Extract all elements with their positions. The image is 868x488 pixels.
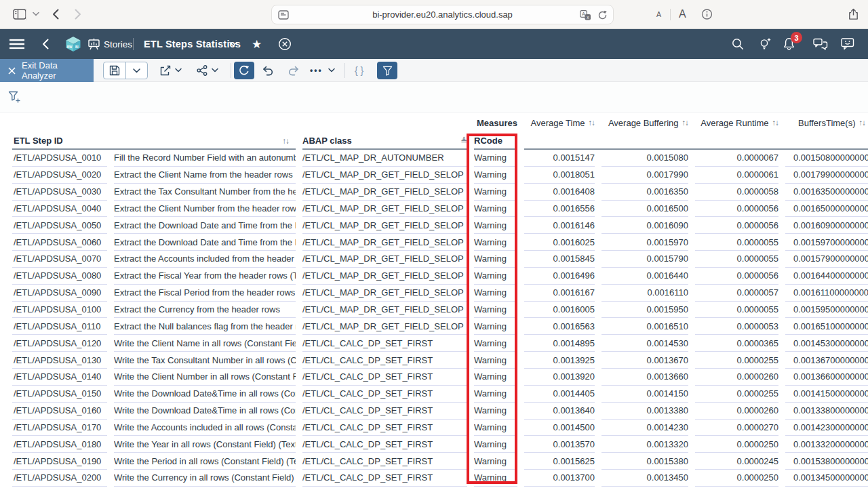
cell-etl-step-id[interactable]: /ETL/APDSUSA_0090	[12, 285, 107, 302]
cell-description[interactable]: Extract the Fiscal Year from the header …	[114, 268, 296, 285]
cell-abap-class[interactable]: /ETL/CL_CALC_DP_SET_FIRST	[302, 386, 467, 403]
forward-button[interactable]	[75, 9, 81, 20]
stories-icon[interactable]	[87, 38, 100, 50]
cell-average-buffering[interactable]: 0.0015970	[601, 234, 688, 251]
cell-description[interactable]: Extract the Tax Consultant Number from t…	[114, 184, 296, 201]
cell-etl-step-id[interactable]: /ETL/APDSUSA_0050	[12, 217, 107, 234]
cell-buffers-time[interactable]: 0.00163500000000	[785, 184, 868, 201]
cell-description[interactable]: Extract the Null balances flag from the …	[114, 318, 296, 335]
title-chevron-down-icon[interactable]	[229, 41, 237, 47]
cell-average-time[interactable]: 0.0014405	[524, 386, 595, 403]
cell-average-time[interactable]: 0.0013570	[524, 436, 595, 453]
cell-average-runtime[interactable]: 0.0000255	[695, 386, 778, 403]
sort-icon[interactable]: ↑↓	[772, 119, 779, 127]
cell-description[interactable]: Extract the Download Date and Time from …	[114, 217, 296, 234]
cell-abap-class[interactable]: /ETL/CL_CALC_DP_SET_FIRST	[302, 369, 467, 386]
cell-average-runtime[interactable]: 0.0000270	[695, 420, 778, 436]
cell-abap-class[interactable]: /ETL/CL_MAP_DR_AUTONUMBER	[302, 150, 467, 167]
cell-average-runtime[interactable]: 0.0000067	[695, 150, 778, 167]
cell-abap-class[interactable]: /ETL/CL_CALC_DP_SET_FIRST	[302, 420, 467, 436]
cell-buffers-time[interactable]: 0.00136700000000	[785, 352, 868, 369]
cell-buffers-time[interactable]: 0.00142300000000	[785, 420, 868, 436]
cell-buffers-time[interactable]: 0.00153800000000	[785, 453, 868, 470]
cell-description[interactable]: Write the Accounts included in all rows …	[114, 420, 296, 436]
measures-label[interactable]: Measures	[474, 113, 517, 133]
reload-icon[interactable]	[597, 10, 608, 20]
cell-average-runtime[interactable]: 0.0000058	[695, 184, 778, 201]
cell-average-time[interactable]: 0.0016025	[524, 234, 595, 251]
cell-abap-class[interactable]: /ETL/CL_MAP_DR_GET_FIELD_SELOP	[302, 167, 467, 184]
column-header-buffers-time[interactable]: BuffersTime(s) ↑↓	[785, 113, 868, 133]
column-header-etl-step-id[interactable]: ETL Step ID ↑↓	[12, 133, 296, 150]
cell-etl-step-id[interactable]: /ETL/APDSUSA_0020	[12, 167, 107, 184]
cell-average-time[interactable]: 0.0016496	[524, 268, 595, 285]
redo-icon[interactable]	[288, 65, 299, 76]
cell-average-buffering[interactable]: 0.0015380	[601, 453, 688, 470]
overflow-chevron-down-icon[interactable]	[328, 68, 335, 73]
cell-description[interactable]: Extract the Client Number from the heade…	[114, 201, 296, 218]
cell-average-buffering[interactable]: 0.0014150	[601, 386, 688, 403]
add-filter-icon[interactable]	[8, 91, 21, 104]
cell-average-time[interactable]: 0.0016146	[524, 217, 595, 234]
cell-average-time[interactable]: 0.0015845	[524, 251, 595, 268]
cell-average-time[interactable]: 0.0015625	[524, 453, 595, 470]
stories-label[interactable]: Stories	[104, 39, 132, 49]
translate-icon[interactable]: Ax	[580, 10, 591, 20]
formula-braces-icon[interactable]: { }	[355, 65, 363, 76]
cell-etl-step-id[interactable]: /ETL/APDSUSA_0140	[12, 369, 107, 386]
cell-description[interactable]: Write the Period in all rows (Constant F…	[114, 453, 296, 470]
cell-average-runtime[interactable]: 0.0000057	[695, 285, 778, 302]
cell-abap-class[interactable]: /ETL/CL_MAP_DR_GET_FIELD_SELOP	[302, 251, 467, 268]
cell-average-runtime[interactable]: 0.0000260	[695, 403, 778, 420]
cell-abap-class[interactable]: /ETL/CL_MAP_DR_GET_FIELD_SELOP	[302, 184, 467, 201]
cell-rcode[interactable]: Warning	[474, 335, 517, 352]
cell-etl-step-id[interactable]: /ETL/APDSUSA_0010	[12, 150, 107, 167]
save-split-button[interactable]	[103, 62, 148, 79]
cell-buffers-time[interactable]: 0.00165100000000	[785, 318, 868, 335]
cell-average-time[interactable]: 0.0014895	[524, 335, 595, 352]
cell-average-runtime[interactable]: 0.0000255	[695, 352, 778, 369]
cell-average-runtime[interactable]: 0.0000245	[695, 453, 778, 470]
cell-buffers-time[interactable]: 0.00133800000000	[785, 403, 868, 420]
back-button[interactable]	[52, 9, 59, 20]
increase-text-size-button[interactable]: A	[679, 8, 686, 20]
cell-etl-step-id[interactable]: /ETL/APDSUSA_0200	[12, 470, 107, 487]
cell-rcode[interactable]: Warning	[474, 436, 517, 453]
cell-rcode[interactable]: Warning	[474, 285, 517, 302]
cell-average-buffering[interactable]: 0.0013660	[601, 369, 688, 386]
cell-buffers-time[interactable]: 0.00150800000000	[785, 150, 868, 167]
cell-average-time[interactable]: 0.0014500	[524, 420, 595, 436]
cell-buffers-time[interactable]: 0.00134500000000	[785, 470, 868, 487]
cell-average-buffering[interactable]: 0.0015080	[601, 150, 688, 167]
cell-rcode[interactable]: Warning	[474, 217, 517, 234]
save-icon[interactable]	[104, 62, 125, 79]
cell-abap-class[interactable]: /ETL/CL_MAP_DR_GET_FIELD_SELOP	[302, 285, 467, 302]
cell-abap-class[interactable]: /ETL/CL_CALC_DP_SET_FIRST	[302, 453, 467, 470]
cell-etl-step-id[interactable]: /ETL/APDSUSA_0080	[12, 268, 107, 285]
cell-rcode[interactable]: Warning	[474, 403, 517, 420]
cell-average-time[interactable]: 0.0013700	[524, 470, 595, 487]
cell-buffers-time[interactable]: 0.00160900000000	[785, 217, 868, 234]
cell-etl-step-id[interactable]: /ETL/APDSUSA_0160	[12, 403, 107, 420]
cell-description[interactable]: Write the Currency in all rows (Constant…	[114, 470, 296, 487]
cell-description[interactable]: Extract the Currency from the header row…	[114, 302, 296, 319]
save-chevron-down-icon[interactable]	[125, 62, 147, 79]
cell-rcode[interactable]: Warning	[474, 201, 517, 218]
share-chevron-down-icon[interactable]	[212, 68, 218, 73]
cell-abap-class[interactable]: /ETL/CL_CALC_DP_SET_FIRST	[302, 470, 467, 487]
cell-description[interactable]: Write the Tax Consultant Number in all r…	[114, 352, 296, 369]
cell-average-time[interactable]: 0.0013920	[524, 369, 595, 386]
column-header-rcode[interactable]: RCode ↑	[474, 133, 517, 150]
cell-average-time[interactable]: 0.0015147	[524, 150, 595, 167]
cell-rcode[interactable]: Warning	[474, 184, 517, 201]
cell-description[interactable]: Fill the Record Number Field with an aut…	[114, 150, 296, 167]
favorite-star-icon[interactable]: ★	[252, 37, 262, 52]
sort-icon[interactable]: ↑↓	[682, 119, 689, 127]
cell-average-buffering[interactable]: 0.0014230	[601, 420, 688, 436]
cell-etl-step-id[interactable]: /ETL/APDSUSA_0110	[12, 318, 107, 335]
cell-average-time[interactable]: 0.0018051	[524, 167, 595, 184]
search-icon[interactable]	[732, 38, 744, 50]
cell-average-buffering[interactable]: 0.0016500	[601, 201, 688, 218]
cell-etl-step-id[interactable]: /ETL/APDSUSA_0070	[12, 251, 107, 268]
cell-average-runtime[interactable]: 0.0000056	[695, 268, 778, 285]
